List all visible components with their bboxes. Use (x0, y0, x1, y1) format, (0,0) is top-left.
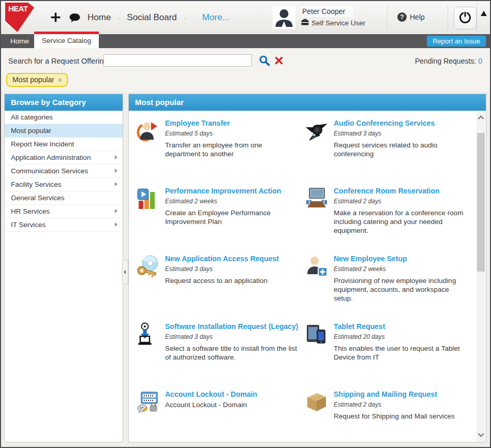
tile-estimate: Estimated 3 days (165, 333, 299, 340)
catalog-title: Most popular (129, 94, 486, 111)
sidebar-item-hr-services[interactable]: HR Services (5, 205, 123, 218)
catalog-scrollbar[interactable] (477, 111, 485, 441)
filter-chip-most-popular[interactable]: Most popular × (6, 73, 68, 87)
user-name[interactable]: Peter Cooper (301, 6, 353, 17)
tile-title[interactable]: New Application Access Request (165, 255, 279, 264)
window-scroll-up-icon[interactable] (481, 11, 487, 16)
sidebar-item-general-services[interactable]: General Services (5, 191, 123, 205)
user-role-row: Self Service User (301, 19, 365, 27)
scroll-up-icon[interactable] (477, 112, 485, 123)
tile-estimate: Estimated 20 days (334, 333, 467, 340)
header-divider (477, 3, 477, 32)
tile-title[interactable]: Conference Room Reservation (334, 187, 467, 196)
sidebar-item-it-services[interactable]: IT Services (5, 218, 123, 232)
sidebar-item-application-administration[interactable]: Application Administration (5, 151, 123, 165)
tile-estimate: Estimated 3 days (165, 265, 279, 273)
tile-audio-conferencing-services[interactable]: Audio Conferencing Services Estimated 3 … (305, 119, 473, 176)
software-install-icon (136, 322, 160, 346)
nav-social-board[interactable]: Social Board (127, 12, 176, 23)
logout-button[interactable] (454, 7, 477, 29)
add-icon[interactable] (50, 12, 61, 25)
sidebar-item-report-new-incident[interactable]: Report New Incident (5, 138, 123, 151)
employee-transfer-icon (136, 119, 160, 143)
tile-description: Create an Employee Performance Improveme… (165, 208, 299, 226)
tile-title[interactable]: Software Installation Request (Legacy) (165, 322, 299, 332)
conference-room-icon (305, 187, 329, 211)
tile-performance-improvement-action[interactable]: Performance Improvement Action Estimated… (136, 187, 305, 244)
nav-home[interactable]: Home (87, 12, 111, 23)
clear-search-icon[interactable] (275, 56, 283, 67)
catalog-panel: Most popular Employee Transfer Estimated… (128, 94, 486, 442)
tile-new-application-access-request[interactable]: New Application Access Request Estimated… (136, 255, 305, 311)
search-label: Search for a Request Offering: (8, 57, 110, 65)
tile-description: Make a reservation for a conference room… (334, 208, 467, 235)
search-icon[interactable] (259, 55, 271, 69)
sidebar-title: Browse by Category (5, 94, 123, 111)
expand-arrow-icon (115, 169, 117, 173)
briefcase-icon (301, 19, 309, 27)
sidebar-item-label: All categories (11, 113, 53, 121)
sidebar-item-most-popular[interactable]: Most popular (5, 124, 123, 138)
scroll-down-icon[interactable] (477, 430, 485, 440)
account-lockout-icon (136, 390, 160, 414)
tile-estimate: Estimated 5 days (165, 130, 299, 137)
pending-requests-count[interactable]: 0 (478, 57, 482, 65)
sidebar-item-label: IT Services (11, 221, 46, 229)
shipping-box-icon (305, 390, 329, 414)
chip-close-icon[interactable]: × (58, 76, 62, 84)
sidebar-item-communication-services[interactable]: Communication Services (5, 165, 123, 178)
category-sidebar: Browse by Category All categories Most p… (4, 94, 123, 442)
pending-requests-label: Pending Requests: (415, 57, 476, 65)
tile-title[interactable]: Shipping and Mailing Request (334, 390, 455, 399)
sidebar-item-label: Facility Services (11, 181, 62, 188)
tile-shipping-and-mailing-request[interactable]: Shipping and Mailing Request Estimated 2… (305, 390, 473, 442)
tile-estimate: Estimated 3 days (334, 130, 467, 137)
tile-description: Request access to an application (165, 276, 279, 285)
tile-title[interactable]: Account Lockout - Domain (165, 390, 257, 399)
conference-phone-icon (305, 119, 329, 143)
tile-title[interactable]: Tablet Request (334, 322, 467, 332)
search-section: Search for a Request Offering: Pending R… (1, 48, 490, 92)
tile-conference-room-reservation[interactable]: Conference Room Reservation Estimated 2 … (305, 187, 473, 244)
sidebar-item-label: General Services (11, 194, 65, 202)
tile-estimate: Estimated 2 days (334, 198, 467, 205)
user-avatar[interactable] (273, 6, 295, 29)
tab-service-catalog[interactable]: Service Catalog (34, 32, 99, 48)
help-button[interactable]: ? Help (397, 12, 425, 22)
search-input[interactable] (103, 54, 252, 67)
tile-estimate: Estimated 2 weeks (334, 265, 467, 273)
tile-title[interactable]: Audio Conferencing Services (334, 119, 467, 128)
nav-more[interactable]: More... (202, 12, 230, 23)
tile-estimate: Estimated 2 days (334, 401, 455, 408)
user-role-label: Self Service User (311, 19, 365, 27)
tab-home[interactable]: Home (5, 34, 34, 48)
catalog-grid: Employee Transfer Estimated 5 days Trans… (129, 111, 476, 442)
tile-title[interactable]: Performance Improvement Action (165, 187, 299, 196)
sidebar-collapse-handle[interactable] (122, 260, 128, 285)
tile-estimate: Estimated 2 weeks (165, 198, 299, 205)
nav-separator: · (117, 13, 120, 22)
pending-requests: Pending Requests:0 (415, 57, 482, 65)
sidebar-item-label: Application Administration (11, 154, 91, 161)
chat-icon[interactable] (69, 13, 81, 25)
report-an-issue-button[interactable]: Report an Issue (427, 36, 486, 47)
tile-tablet-request[interactable]: Tablet Request Estimated 20 days This en… (305, 322, 473, 379)
sidebar-item-all-categories[interactable]: All categories (5, 111, 123, 124)
tile-new-employee-setup[interactable]: New Employee Setup Estimated 2 weeks Pro… (305, 255, 473, 311)
tile-employee-transfer[interactable]: Employee Transfer Estimated 5 days Trans… (136, 119, 305, 176)
tile-title[interactable]: New Employee Setup (334, 255, 467, 264)
expand-arrow-icon (115, 222, 117, 227)
tile-account-lockout-domain[interactable]: Account Lockout - Domain Account Lockout… (136, 390, 305, 442)
expand-arrow-icon (115, 182, 117, 186)
tile-description: Select a software title to install from … (165, 344, 299, 362)
header-divider (448, 6, 448, 29)
tile-software-installation-request-legacy[interactable]: Software Installation Request (Legacy) E… (136, 322, 305, 379)
sidebar-item-facility-services[interactable]: Facility Services (5, 178, 123, 191)
help-icon: ? (397, 12, 407, 22)
heat-logo: HEAT (5, 3, 34, 32)
filter-chip-label: Most popular (12, 76, 54, 84)
tile-title[interactable]: Employee Transfer (165, 119, 299, 128)
sidebar-item-label: HR Services (11, 207, 50, 215)
tile-description: Request for Shipping and Mail services (334, 412, 455, 421)
scrollbar-thumb[interactable] (477, 133, 485, 272)
